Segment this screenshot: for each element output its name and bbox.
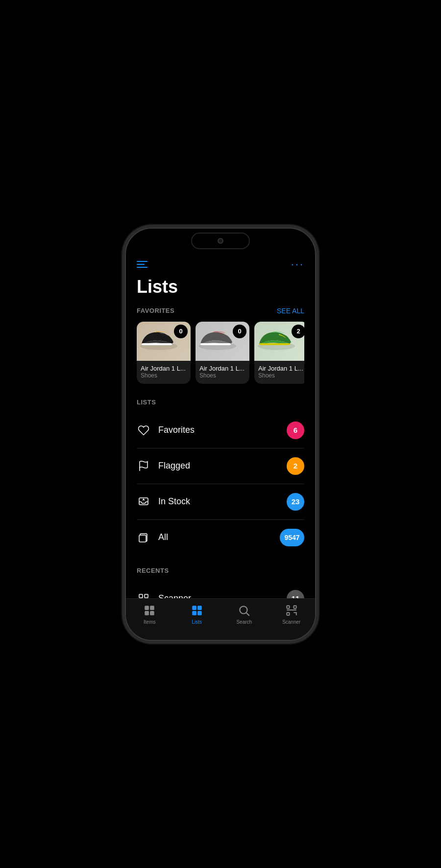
lists-tab-label: Lists [192,619,202,625]
fav-card-2[interactable]: 2 Air Jordan 1 L... Shoes [254,322,304,384]
favorites-section-header: FAVORITES SEE ALL [137,307,304,315]
fav-card-name-2: Air Jordan 1 L... [258,365,304,372]
items-tab-label: Items [144,619,155,625]
count-badge-all: 9547 [280,529,304,546]
svg-rect-19 [197,606,202,610]
list-item-flagged[interactable]: Flagged 2 [137,448,304,484]
camera-dot [218,238,223,244]
count-badge-instock: 23 [287,493,304,511]
lists-tab-icon [190,604,204,617]
svg-line-23 [246,612,249,615]
search-tab-icon [237,604,251,617]
tab-items[interactable]: Items [126,604,173,625]
svg-rect-15 [150,606,154,610]
page-title: Lists [137,277,304,297]
svg-rect-12 [145,594,148,598]
svg-rect-21 [197,611,202,615]
fav-card-type-2: Shoes [258,372,304,379]
app-content: ··· Lists FAVORITES SEE ALL [126,253,315,601]
svg-rect-11 [139,594,143,598]
count-badge-favorites: 6 [287,422,304,439]
heart-icon [137,423,150,437]
items-tab-icon [143,604,156,617]
lists-section-header: LISTS [137,399,304,406]
fav-card-0[interactable]: 0 Air Jordan 1 L... Shoes [137,322,191,384]
fav-card-badge-0: 0 [174,325,188,338]
list-item-instock[interactable]: In Stock 23 [137,484,304,520]
svg-rect-18 [192,606,196,610]
bottom-tab-bar: Items Lists [126,598,315,640]
tab-lists[interactable]: Lists [173,604,221,625]
flag-icon [137,459,150,473]
see-all-button[interactable]: SEE ALL [277,307,304,315]
fav-card-info-1: Air Jordan 1 L... Shoes [196,361,249,384]
search-tab-label: Search [236,619,252,625]
svg-point-22 [240,606,247,613]
scanner-tab-icon [285,604,298,617]
list-item-all[interactable]: All 9547 [137,520,304,555]
fav-card-type-0: Shoes [141,372,187,379]
fav-card-1[interactable]: 0 Air Jordan 1 L... Shoes [196,322,249,384]
shoe-svg-2 [254,322,298,353]
fav-card-type-1: Shoes [199,372,245,379]
recents-label: RECENTS [137,567,169,574]
recents-section: RECENTS Scanner 11 [137,567,304,601]
hamburger-line-2 [137,264,145,265]
svg-rect-26 [287,612,289,615]
tab-search[interactable]: Search [220,604,268,625]
list-name-all: All [158,532,280,542]
lists-label: LISTS [137,399,156,406]
svg-rect-3 [200,343,231,345]
tab-scanner[interactable]: Scanner [268,604,316,625]
svg-rect-1 [142,343,172,345]
hamburger-menu-button[interactable] [137,261,147,268]
shoe-svg-0 [137,322,181,353]
svg-rect-24 [287,606,289,608]
list-name-flagged: Flagged [158,461,287,471]
list-name-instock: In Stock [158,496,287,507]
fav-card-name-1: Air Jordan 1 L... [199,365,245,372]
favorites-scroll: 0 Air Jordan 1 L... Shoes [137,322,304,384]
list-item-scanner[interactable]: Scanner 11 [137,581,304,601]
favorites-label: FAVORITES [137,307,174,314]
svg-rect-25 [294,606,296,608]
more-options-button[interactable]: ··· [291,258,304,271]
recents-section-header: RECENTS [137,567,304,574]
shoe-svg-1 [196,322,240,353]
notch-area [126,229,315,253]
svg-rect-20 [192,611,196,615]
dynamic-island [191,233,250,249]
fav-card-badge-1: 0 [233,325,246,338]
lists-section: LISTS Favorites 6 [137,399,304,555]
phone-device: ··· Lists FAVORITES SEE ALL [125,228,316,641]
svg-rect-5 [259,343,290,345]
count-badge-flagged: 2 [287,457,304,475]
list-item-favorites[interactable]: Favorites 6 [137,413,304,448]
svg-rect-16 [145,611,149,615]
hamburger-line-1 [137,261,147,262]
inbox-icon [137,495,150,509]
svg-rect-17 [150,611,154,615]
fav-card-info-2: Air Jordan 1 L... Shoes [254,361,304,384]
scanner-tab-label: Scanner [282,619,300,625]
hamburger-line-3 [137,267,147,268]
layers-icon [137,531,150,544]
list-name-favorites: Favorites [158,425,287,435]
top-bar: ··· [137,253,304,273]
svg-rect-10 [139,535,146,542]
fav-card-name-0: Air Jordan 1 L... [141,365,187,372]
fav-card-info-0: Air Jordan 1 L... Shoes [137,361,191,384]
phone-screen: ··· Lists FAVORITES SEE ALL [126,229,315,640]
svg-rect-14 [145,606,149,610]
fav-card-badge-2: 2 [292,325,304,338]
